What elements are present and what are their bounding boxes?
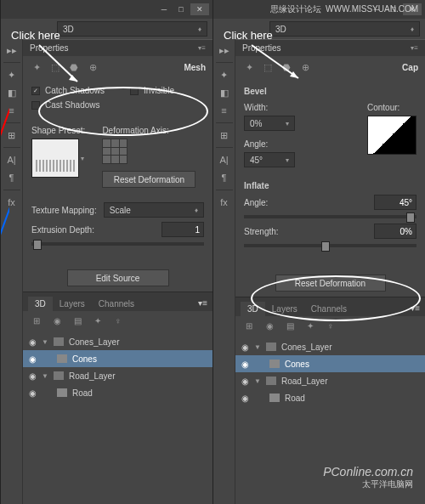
tree-row[interactable]: ◉Cones [23,350,212,367]
filter-env-icon[interactable]: ⊞ [30,314,43,327]
cap-tab-icon[interactable]: ⬣ [67,60,81,74]
visibility-icon[interactable]: ◉ [239,377,251,386]
workspace-select[interactable]: 3D♦ [269,21,420,37]
panel-menu-icon[interactable]: ▾≡ [411,44,418,52]
deform-tab-icon[interactable]: ⬚ [261,60,275,74]
tab-3d[interactable]: 3D [28,297,53,311]
texture-mapping-select[interactable]: Scale♦ [104,202,204,218]
folder-icon [266,377,276,385]
properties-tabs: ✦ ⬚ ⬣ ⊕ Mesh [23,56,212,78]
tab-layers[interactable]: Layers [265,302,304,316]
angle-select[interactable]: 45°▾ [244,152,295,167]
folder-icon [266,343,276,351]
catch-shadows-checkbox[interactable]: ✓Catch Shadows [31,86,105,95]
tool-icon[interactable]: ⊞ [216,127,233,143]
edit-source-button[interactable]: Edit Source [67,269,169,286]
folder-icon [54,371,64,380]
coord-tab-icon[interactable]: ⊕ [298,60,312,74]
strength-slider[interactable] [244,244,416,247]
properties-subtitle: Mesh [184,63,206,72]
inflate-angle-input[interactable]: 45° [374,195,416,210]
maximize-button[interactable]: □ [173,3,189,15]
filter-bulb-icon[interactable]: ♀ [111,314,125,327]
cast-shadows-checkbox[interactable]: Cast Shadows [31,100,204,110]
visibility-icon[interactable]: ◉ [26,354,38,364]
filter-bulb-icon[interactable]: ♀ [324,319,337,332]
mesh-tab-icon[interactable]: ✦ [242,60,256,74]
tree-row[interactable]: ◉▼Cones_Layer [235,338,425,355]
mesh-tab-icon[interactable]: ✦ [30,60,43,74]
visibility-icon[interactable]: ◉ [239,343,251,352]
tab-channels[interactable]: Channels [304,302,354,316]
inflate-angle-label: Angle: [244,198,268,207]
filter-mesh-icon[interactable]: ▤ [71,314,84,327]
tool-paragraph-icon[interactable]: ¶ [216,170,233,185]
reset-deformation-button[interactable]: Reset Deformation [102,171,196,188]
texture-mapping-label: Texture Mapping: [31,206,97,215]
filter-mat-icon[interactable]: ✦ [91,314,105,327]
extrusion-depth-label: Extrusion Depth: [31,225,94,235]
tree-row[interactable]: ◉Road [23,384,212,401]
layer-filter-row: ⊞ ◉ ▤ ✦ ♀ [235,316,425,335]
deformation-axis-grid[interactable] [102,139,128,164]
width-label: Width: [244,103,350,112]
watermark-text: 思缘设计论坛 [270,4,321,14]
watermark-cn: 太平洋电脑网 [323,479,413,490]
filter-light-icon[interactable]: ◉ [263,319,276,332]
layer-tree: ◉▼Cones_Layer ◉Cones ◉▼Road_Layer ◉Road [23,330,212,443]
properties-header: Properties▾≡ [23,39,212,56]
filter-mat-icon[interactable]: ✦ [303,319,317,332]
coord-tab-icon[interactable]: ⊕ [86,60,99,74]
tree-row[interactable]: ◉Cones [235,355,425,372]
tab-3d[interactable]: 3D [241,302,265,316]
tool-icon[interactable]: ✦ [216,67,233,82]
deform-tab-icon[interactable]: ⬚ [48,60,62,74]
mesh-icon [57,388,67,397]
workspace-select[interactable]: 3D♦ [57,21,207,37]
tree-row[interactable]: ◉▼Cones_Layer [23,333,212,350]
tree-row[interactable]: ◉▼Road_Layer [235,372,425,389]
collapse-icon[interactable]: ▸▸ [216,42,233,58]
preset-dropdown-icon[interactable]: ▾ [81,155,84,162]
visibility-icon[interactable]: ◉ [26,371,38,381]
tree-row[interactable]: ◉▼Road_Layer [23,367,212,384]
close-button[interactable]: ✕ [190,3,209,15]
properties-tabs: ✦ ⬚ ⬣ ⊕ Cap [235,56,425,78]
extrusion-depth-input[interactable]: 1 [162,222,204,237]
window-titlebar: ─ □ ✕ [1,0,212,19]
contour-label: Contour: [367,103,416,112]
contour-thumb[interactable] [367,116,416,155]
bevel-label: Bevel [244,87,416,96]
tab-channels[interactable]: Channels [92,297,141,311]
folder-icon [54,337,64,346]
visibility-icon[interactable]: ◉ [239,394,251,403]
visibility-icon[interactable]: ◉ [239,360,251,369]
annotation-click-here: Click here [11,29,60,42]
cap-tab-icon[interactable]: ⬣ [280,60,293,74]
inflate-angle-slider[interactable] [244,215,416,218]
visibility-icon[interactable]: ◉ [26,337,38,347]
reset-deformation-button[interactable]: Reset Deformation [275,275,386,292]
panel-menu-icon[interactable]: ▾≡ [193,295,212,311]
mesh-icon [269,360,280,368]
tool-fx-icon[interactable]: fx [216,195,233,210]
shape-preset-thumb[interactable] [31,139,79,178]
extrusion-slider[interactable] [31,242,204,246]
strength-input[interactable]: 0% [374,224,416,239]
filter-mesh-icon[interactable]: ▤ [283,319,297,332]
visibility-icon[interactable]: ◉ [26,388,38,398]
minimize-button[interactable]: ─ [156,3,172,15]
deformation-axis-label: Deformation Axis: [102,126,196,135]
tool-a-icon[interactable]: A| [216,152,233,167]
width-select[interactable]: 0%▾ [244,116,295,131]
panel-menu-icon[interactable]: ▾≡ [405,300,425,316]
invisible-checkbox[interactable]: Invisible [130,86,174,95]
filter-env-icon[interactable]: ⊞ [242,319,256,332]
layer-filter-row: ⊞ ◉ ▤ ✦ ♀ [23,311,212,330]
tool-icon[interactable]: ≡ [216,103,233,118]
filter-light-icon[interactable]: ◉ [50,314,64,327]
tree-row[interactable]: ◉Road [235,389,425,406]
tab-layers[interactable]: Layers [53,297,92,311]
panel-menu-icon[interactable]: ▾≡ [198,44,206,52]
tool-icon[interactable]: ◧ [216,85,233,100]
